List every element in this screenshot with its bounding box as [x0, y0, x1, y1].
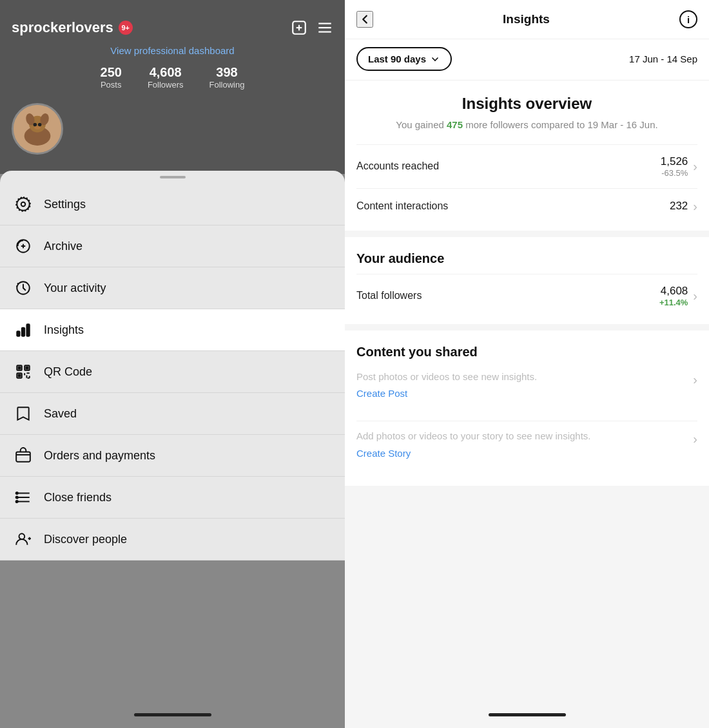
- insights-content: Insights overview You gained 475 more fo…: [345, 81, 709, 707]
- menu-icon[interactable]: [316, 19, 333, 36]
- saved-icon: [14, 405, 32, 423]
- date-range: 17 Jun - 14 Sep: [629, 53, 697, 64]
- avatar-image: [12, 103, 63, 155]
- date-filter-button[interactable]: Last 90 days: [356, 47, 452, 71]
- right-panel: Insights i Last 90 days 17 Jun - 14 Sep …: [345, 0, 709, 728]
- chevron-right-icon-2: ›: [693, 199, 697, 214]
- right-footer: [345, 707, 709, 728]
- svg-rect-34: [16, 452, 30, 462]
- gained-followers-count: 475: [447, 119, 463, 130]
- sidebar-item-orders[interactable]: Orders and payments: [0, 435, 345, 477]
- accounts-reached-value: 1,526 -63.5% ›: [661, 155, 697, 178]
- accounts-reached-row[interactable]: Accounts reached 1,526 -63.5% ›: [356, 144, 697, 188]
- insights-overview-card: Insights overview You gained 475 more fo…: [345, 81, 709, 231]
- overview-title: Insights overview: [356, 95, 697, 113]
- chevron-right-icon-5: ›: [693, 432, 697, 446]
- sidebar-item-qr-code[interactable]: QR Code: [0, 351, 345, 393]
- sidebar-item-saved[interactable]: Saved: [0, 393, 345, 435]
- create-story-link[interactable]: Create Story: [356, 448, 693, 459]
- story-hint-text: Add photos or videos to your story to se…: [356, 429, 693, 444]
- posts-stat: 250 Posts: [101, 65, 122, 90]
- svg-rect-28: [18, 374, 20, 376]
- sidebar-item-your-activity[interactable]: Your activity: [0, 267, 345, 309]
- content-interactions-row[interactable]: Content interactions 232 ›: [356, 188, 697, 224]
- svg-point-15: [17, 198, 30, 211]
- followers-gained-text: You gained 475 more followers compared t…: [356, 118, 697, 133]
- following-stat: 398 Following: [209, 65, 245, 90]
- info-button[interactable]: i: [679, 10, 697, 28]
- date-filter-label: Last 90 days: [368, 53, 426, 64]
- posts-label: Posts: [101, 80, 122, 90]
- archive-icon: [14, 237, 32, 255]
- total-followers-value: 4,608 +11.4% ›: [659, 285, 697, 307]
- archive-label: Archive: [44, 240, 83, 253]
- accounts-reached-number: 1,526 -63.5%: [661, 155, 688, 178]
- top-bar: sprockerlovers 9+: [0, 13, 345, 43]
- svg-point-39: [16, 492, 18, 494]
- top-icons: [291, 19, 333, 36]
- followers-change: +11.4%: [659, 298, 688, 307]
- content-interactions-number: 232: [670, 200, 688, 213]
- close-friends-label: Close friends: [44, 491, 112, 504]
- content-shared-card: Content you shared Post photos or videos…: [345, 330, 709, 486]
- back-button[interactable]: [356, 11, 373, 28]
- close-friends-icon: [14, 488, 32, 506]
- profile-stats: 250 Posts 4,608 Followers 398 Following: [101, 65, 245, 90]
- svg-point-41: [16, 501, 18, 503]
- left-panel: sprockerlovers 9+: [0, 0, 345, 728]
- followers-stat: 4,608 Followers: [148, 65, 184, 90]
- chevron-right-icon: ›: [693, 159, 697, 174]
- discover-icon: [14, 530, 32, 548]
- your-audience-card: Your audience Total followers 4,608 +11.…: [345, 237, 709, 324]
- followers-count: 4,608: [150, 65, 182, 80]
- notification-badge: 9+: [119, 21, 133, 35]
- svg-point-14: [21, 202, 26, 207]
- accounts-reached-change: -63.5%: [661, 168, 688, 178]
- sidebar-item-archive[interactable]: Archive: [0, 225, 345, 267]
- chevron-right-icon-4: ›: [693, 372, 697, 387]
- sidebar-item-discover[interactable]: Discover people: [0, 519, 345, 560]
- avatar: [12, 103, 63, 155]
- total-followers-label: Total followers: [356, 290, 422, 302]
- total-followers-row[interactable]: Total followers 4,608 +11.4% ›: [356, 274, 697, 318]
- qr-code-label: QR Code: [44, 365, 92, 379]
- svg-point-11: [34, 123, 37, 127]
- post-hint-text: Post photos or videos to see new insight…: [356, 370, 693, 385]
- discover-label: Discover people: [44, 533, 127, 546]
- posts-count: 250: [101, 65, 122, 80]
- svg-rect-27: [26, 367, 28, 369]
- username: sprockerlovers: [12, 19, 113, 36]
- content-shared-title: Content you shared: [356, 345, 697, 359]
- svg-point-13: [34, 126, 40, 129]
- story-hint-block: Add photos or videos to your story to se…: [356, 429, 693, 470]
- chevron-right-icon-3: ›: [693, 289, 697, 303]
- create-post-link[interactable]: Create Post: [356, 388, 693, 399]
- home-indicator-right: [489, 713, 566, 716]
- dashboard-link[interactable]: View professional dashboard: [110, 45, 234, 56]
- svg-point-12: [38, 123, 42, 127]
- post-hint-row[interactable]: Post photos or videos to see new insight…: [356, 367, 697, 421]
- svg-point-42: [19, 533, 25, 539]
- insights-label: Insights: [44, 323, 84, 337]
- total-followers-number: 4,608 +11.4%: [659, 285, 688, 307]
- your-activity-label: Your activity: [44, 282, 106, 295]
- followers-label: Followers: [148, 80, 184, 90]
- activity-icon: [14, 279, 32, 297]
- date-filter-row: Last 90 days 17 Jun - 14 Sep: [345, 39, 709, 81]
- following-label: Following: [209, 80, 245, 90]
- home-indicator-left: [134, 713, 211, 716]
- accounts-reached-label: Accounts reached: [356, 160, 439, 172]
- header-title: Insights: [503, 12, 550, 26]
- svg-rect-22: [26, 324, 29, 336]
- audience-title: Your audience: [356, 251, 697, 266]
- story-hint-row[interactable]: Add photos or videos to your story to se…: [356, 421, 697, 481]
- svg-rect-21: [22, 328, 24, 336]
- svg-point-40: [16, 496, 18, 498]
- sidebar-item-close-friends[interactable]: Close friends: [0, 477, 345, 519]
- sidebar-item-insights[interactable]: Insights: [0, 309, 345, 351]
- compare-period: 19 Mar - 16 Jun: [587, 119, 655, 130]
- menu-drawer: Settings Archive: [0, 171, 345, 560]
- svg-rect-20: [17, 331, 19, 336]
- sidebar-item-settings[interactable]: Settings: [0, 184, 345, 225]
- add-post-icon[interactable]: [291, 19, 307, 36]
